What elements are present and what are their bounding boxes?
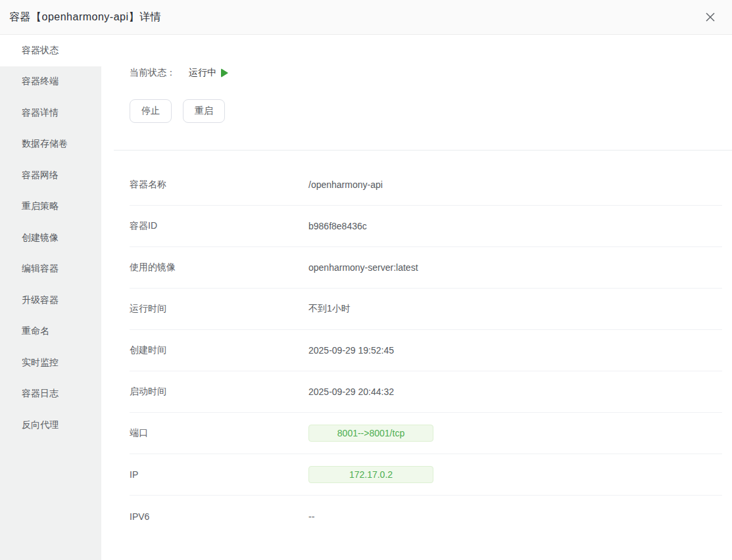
action-buttons: 停止 重启 — [130, 99, 722, 123]
table-row: 容器名称 /openharmony-api — [130, 164, 722, 206]
row-value-tag: 8001-->8001/tcp — [308, 425, 433, 442]
status-label: 当前状态： — [130, 67, 176, 79]
sidebar: 容器状态 容器终端 容器详情 数据存储卷 容器网络 重启策略 创建镜像 编辑容器… — [0, 35, 101, 560]
sidebar-item-label: 容器详情 — [22, 107, 59, 119]
sidebar-item-8[interactable]: 编辑容器 — [0, 254, 101, 285]
row-value: -- — [308, 511, 314, 522]
close-icon[interactable] — [703, 10, 718, 24]
sidebar-item-5[interactable]: 容器网络 — [0, 160, 101, 191]
sidebar-item-label: 容器状态 — [22, 45, 59, 57]
row-value: 2025-09-29 20:44:32 — [308, 386, 394, 397]
page-title: 容器【openharmony-api】详情 — [9, 11, 161, 24]
sidebar-item-13[interactable]: 反向代理 — [0, 409, 101, 441]
status-row: 当前状态： 运行中 — [130, 35, 722, 80]
section-divider — [114, 150, 732, 151]
sidebar-item-2[interactable]: 容器终端 — [0, 66, 101, 98]
row-label: 容器名称 — [130, 179, 308, 191]
sidebar-item-label: 升级容器 — [22, 294, 59, 306]
sidebar-item-label: 容器网络 — [22, 170, 59, 181]
sidebar-item-label: 数据存储卷 — [22, 138, 68, 150]
table-row: IP 172.17.0.2 — [130, 454, 722, 496]
table-row: 运行时间 不到1小时 — [130, 289, 722, 330]
dialog-header: 容器【openharmony-api】详情 — [0, 0, 732, 35]
row-label: IP — [130, 469, 308, 480]
sidebar-item-label: 反向代理 — [22, 419, 59, 431]
row-label: 容器ID — [130, 220, 308, 232]
table-row: 容器ID b986f8e8436c — [130, 206, 722, 247]
row-label: 运行时间 — [130, 303, 308, 315]
row-value: b986f8e8436c — [308, 221, 367, 231]
table-row: 端口 8001-->8001/tcp — [130, 413, 722, 454]
sidebar-item-label: 重命名 — [22, 325, 49, 337]
table-row: 创建时间 2025-09-29 19:52:45 — [130, 330, 722, 371]
row-label: 创建时间 — [130, 344, 308, 356]
dialog-body: 容器状态 容器终端 容器详情 数据存储卷 容器网络 重启策略 创建镜像 编辑容器… — [0, 35, 732, 560]
row-value: /openharmony-api — [308, 179, 383, 190]
restart-button[interactable]: 重启 — [183, 99, 225, 123]
sidebar-item-label: 实时监控 — [22, 357, 59, 369]
sidebar-item-11[interactable]: 实时监控 — [0, 347, 101, 379]
row-label: 端口 — [130, 427, 308, 439]
status-value: 运行中 — [189, 67, 216, 79]
row-value-tag: 172.17.0.2 — [308, 466, 433, 483]
sidebar-item-1[interactable]: 容器状态 — [0, 35, 101, 66]
detail-table: 容器名称 /openharmony-api 容器ID b986f8e8436c … — [130, 164, 722, 537]
sidebar-item-label: 重启策略 — [22, 200, 59, 212]
row-value: 2025-09-29 19:52:45 — [308, 345, 394, 356]
main-content: 当前状态： 运行中 停止 重启 容器名称 /openharmony-api 容器… — [101, 35, 732, 560]
sidebar-item-3[interactable]: 容器详情 — [0, 97, 101, 129]
sidebar-item-label: 创建镜像 — [22, 232, 59, 244]
sidebar-item-4[interactable]: 数据存储卷 — [0, 129, 101, 160]
table-row: 启动时间 2025-09-29 20:44:32 — [130, 371, 722, 413]
sidebar-item-6[interactable]: 重启策略 — [0, 191, 101, 223]
sidebar-item-label: 编辑容器 — [22, 263, 59, 275]
sidebar-item-12[interactable]: 容器日志 — [0, 379, 101, 410]
sidebar-item-9[interactable]: 升级容器 — [0, 285, 101, 316]
row-value: openharmony-server:latest — [308, 262, 418, 273]
sidebar-item-10[interactable]: 重命名 — [0, 316, 101, 348]
row-value: 不到1小时 — [308, 303, 351, 315]
sidebar-item-7[interactable]: 创建镜像 — [0, 222, 101, 254]
row-label: 使用的镜像 — [130, 262, 308, 273]
container-detail-dialog: 容器【openharmony-api】详情 容器状态 容器终端 容器详情 数据存… — [0, 0, 732, 560]
table-row: IPV6 -- — [130, 496, 722, 537]
sidebar-item-label: 容器终端 — [22, 76, 59, 87]
row-label: IPV6 — [130, 511, 308, 522]
table-row: 使用的镜像 openharmony-server:latest — [130, 247, 722, 289]
play-icon — [221, 68, 228, 78]
stop-button[interactable]: 停止 — [130, 99, 172, 123]
row-label: 启动时间 — [130, 386, 308, 398]
sidebar-item-label: 容器日志 — [22, 388, 59, 400]
